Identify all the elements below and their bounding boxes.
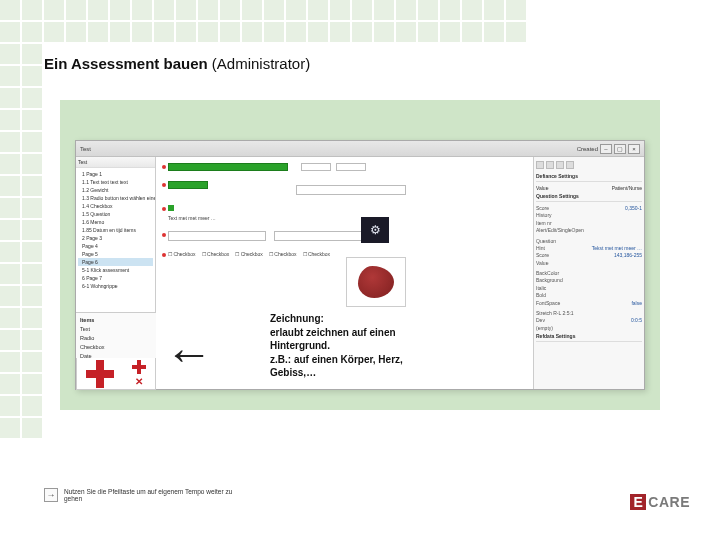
tree-item[interactable]: 1.3 Radio button text wählen eines: [78, 194, 153, 202]
tree-item[interactable]: 1.4 Checkbox: [78, 202, 153, 210]
property-row: Value: [536, 259, 642, 266]
maximize-button[interactable]: ▢: [614, 144, 626, 154]
progress-bar: [168, 181, 208, 189]
tree-item[interactable]: 6 Page 7: [78, 274, 153, 282]
property-row: Stretch R-L 2:5:1: [536, 309, 642, 316]
value-box: [336, 163, 366, 171]
redcross-icon: [132, 360, 146, 374]
callout-arrow-icon: ←: [165, 330, 213, 378]
callout-line: z.B.: auf einen Körper, Herz,: [270, 353, 520, 367]
callout-line: erlaubt zeichnen auf einen: [270, 326, 520, 340]
progress-bar: [168, 163, 288, 171]
checkbox-option[interactable]: Checkbox: [235, 251, 263, 257]
tree-item[interactable]: 2 Page 3: [78, 234, 153, 242]
footer-hint-text: Nutzen Sie die Pfeiltaste um auf eigenem…: [64, 488, 234, 502]
canvas-label: Text met met meer …: [168, 215, 216, 221]
marker-icon: [162, 165, 166, 169]
callout-line: Gebiss,…: [270, 366, 520, 380]
tree-item[interactable]: 1.1 Text text text text: [78, 178, 153, 186]
tree-item[interactable]: 6-1 Wohngrippe: [78, 282, 153, 290]
titlebar-right: Created: [577, 146, 598, 152]
property-row: HintTekst met met meer …: [536, 244, 642, 251]
value-box: [301, 163, 331, 171]
drawing-preview[interactable]: [346, 257, 406, 307]
tree-header: Test: [76, 157, 155, 168]
brand-logo: ECARE: [630, 494, 690, 510]
checkbox-row: Checkbox Checkbox Checkbox Checkbox Chec…: [168, 251, 330, 257]
callout-line: Zeichnung:: [270, 312, 520, 326]
property-row: Italic: [536, 284, 642, 291]
text-field[interactable]: [296, 185, 406, 195]
properties-section-title: Refdata Settings: [536, 331, 642, 342]
properties-tab[interactable]: Value: [536, 185, 548, 191]
property-row: (empty): [536, 324, 642, 331]
tree-panel: Test 1 Page 1 1.1 Text text text text 1.…: [76, 157, 156, 389]
text-field[interactable]: [274, 231, 372, 241]
prop-tool-icon[interactable]: [536, 161, 544, 169]
tree-item[interactable]: Page 6: [78, 258, 153, 266]
marker-icon: [162, 183, 166, 187]
titlebar: Test Created – ▢ ×: [76, 141, 644, 157]
titlebar-left: Test: [80, 146, 91, 152]
tree-item[interactable]: 1.6 Memo: [78, 218, 153, 226]
prop-tool-icon[interactable]: [556, 161, 564, 169]
page-title-bold: Ein Assessment bauen: [44, 55, 208, 72]
property-row: Score0,350-1: [536, 204, 642, 211]
close-button[interactable]: ×: [628, 144, 640, 154]
marker-icon: [162, 207, 166, 211]
checkbox-option[interactable]: Checkbox: [269, 251, 297, 257]
tree-item[interactable]: 5-1 Klick assessment: [78, 266, 153, 274]
toolbox-title: Items: [78, 315, 154, 324]
toolbox-item-text[interactable]: Text: [78, 324, 154, 333]
page-title-light: (Administrator): [212, 55, 310, 72]
heart-icon: [358, 266, 394, 298]
minimize-button[interactable]: –: [600, 144, 612, 154]
checkbox-option[interactable]: Checkbox: [202, 251, 230, 257]
legend-swatch: [168, 205, 174, 211]
property-row: Dev0:0:5: [536, 317, 642, 324]
property-row: Question: [536, 237, 642, 244]
tree-item[interactable]: 1 Page 1: [78, 170, 153, 178]
properties-tab[interactable]: Patient/Nurse: [612, 185, 642, 191]
checkbox-option[interactable]: Checkbox: [168, 251, 196, 257]
prop-tool-icon[interactable]: [546, 161, 554, 169]
settings-tile[interactable]: ⚙: [361, 217, 389, 243]
properties-panel: Defiance Settings Value Patient/Nurse Qu…: [534, 157, 644, 389]
text-field[interactable]: [168, 231, 266, 241]
properties-section-title: Defiance Settings: [536, 171, 642, 182]
tree-item[interactable]: Page 4: [78, 242, 153, 250]
drawing-sample: ✕: [76, 358, 156, 390]
redcross-icon: [86, 360, 114, 388]
arrow-key-icon: →: [44, 488, 58, 502]
property-row: FontSpacefalse: [536, 299, 642, 306]
tree-item[interactable]: 1.85 Datum en tijd items: [78, 226, 153, 234]
properties-tabs: Value Patient/Nurse: [536, 184, 642, 191]
gear-icon: ⚙: [370, 223, 381, 237]
properties-toolbar: [536, 161, 642, 169]
property-row: BackColor: [536, 269, 642, 276]
footer-hint: → Nutzen Sie die Pfeiltaste um auf eigen…: [44, 488, 234, 502]
property-row: Bold: [536, 292, 642, 299]
tree-item[interactable]: 1.5 Question: [78, 210, 153, 218]
callout-text: Zeichnung: erlaubt zeichnen auf einen Hi…: [270, 312, 520, 380]
property-row: History: [536, 212, 642, 219]
marker-icon: [162, 253, 166, 257]
property-row: Alert/Edit/SingleOpen: [536, 227, 642, 234]
toolbox-item-checkbox[interactable]: Checkbox: [78, 342, 154, 351]
property-row: Background: [536, 277, 642, 284]
tree-item[interactable]: 1.2 Gewicht: [78, 186, 153, 194]
property-row: Score143,186-255: [536, 252, 642, 259]
prop-tool-icon[interactable]: [566, 161, 574, 169]
page-title: Ein Assessment bauen (Administrator): [44, 55, 310, 72]
tree-item[interactable]: Page 5: [78, 250, 153, 258]
properties-section-title: Question Settings: [536, 191, 642, 202]
callout-line: Hintergrund.: [270, 339, 520, 353]
marker-icon: [162, 233, 166, 237]
brand-e: E: [630, 494, 646, 510]
property-row: Item nr: [536, 219, 642, 226]
checkbox-option[interactable]: Checkbox: [303, 251, 331, 257]
toolbox-item-radio[interactable]: Radio: [78, 333, 154, 342]
delete-icon[interactable]: ✕: [135, 376, 143, 387]
brand-rest: CARE: [648, 494, 690, 510]
